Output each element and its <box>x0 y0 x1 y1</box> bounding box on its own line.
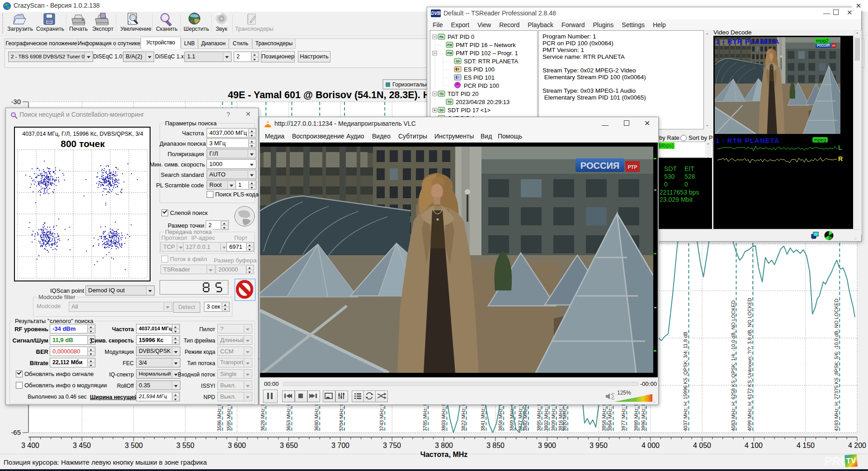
svg-text:3996 MHz; H;: 3996 MHz; H; <box>641 401 646 431</box>
svg-text:3 850: 3 850 <box>486 442 505 449</box>
svg-text:2023/04/28 20:29:13: 2023/04/28 20:29:13 <box>456 99 509 105</box>
svg-text:3858 MHz; H;: 3858 MHz; H; <box>498 401 503 431</box>
svg-text:SDT PID 17 <1>: SDT PID 17 <1> <box>448 107 491 114</box>
svg-text:-65: -65 <box>11 428 21 436</box>
svg-text:3680 MHz; H;: 3680 MHz; H; <box>314 401 319 431</box>
svg-text:3920 MHz; H;: 3920 MHz; H; <box>562 401 567 431</box>
svg-text:3 600: 3 600 <box>228 442 246 449</box>
svg-text:PAT PID 0: PAT PID 0 <box>448 33 474 40</box>
svg-text:ES PID 100: ES PID 100 <box>464 66 495 73</box>
svg-text:-30: -30 <box>11 98 21 105</box>
svg-text:4083 MHz; H; 6258 KS ;QPSK; 1/: 4083 MHz; H; 6258 KS ;QPSK; 1/4; -10.0 d… <box>731 300 736 431</box>
svg-text:3595 MHz; H;: 3595 MHz; H; <box>226 401 231 431</box>
svg-text:3895 MHz; H;: 3895 MHz; H; <box>536 401 542 431</box>
svg-text:3 500: 3 500 <box>125 442 143 449</box>
svg-text:TD: TD <box>448 100 452 104</box>
svg-text:3785 MHz; H;: 3785 MHz; H; <box>422 401 428 431</box>
svg-text:4 050: 4 050 <box>693 442 711 449</box>
svg-text:PM: PM <box>447 43 452 47</box>
svg-text:4 200: 4 200 <box>848 442 866 449</box>
svg-text:3958 MHz; H;: 3958 MHz; H; <box>601 401 607 431</box>
svg-text:TDT PID 20: TDT PID 20 <box>448 90 478 97</box>
svg-text:3989 MHz; H;: 3989 MHz; H; <box>633 401 639 431</box>
svg-text:4 000: 4 000 <box>642 442 660 449</box>
svg-text:4 150: 4 150 <box>797 442 815 449</box>
svg-text:3 700: 3 700 <box>331 442 349 449</box>
svg-text:4037 MHz; H; 15996 KS ;QPSK; 3: 4037 MHz; H; 15996 KS ;QPSK; 3/4; 11.8 d… <box>683 332 688 431</box>
svg-text:PCR PID 100: PCR PID 100 <box>464 82 499 89</box>
svg-text:3743 MHz; H;: 3743 MHz; H; <box>379 401 384 431</box>
svg-text:3902 MHz; H;: 3902 MHz; H; <box>543 401 549 431</box>
svg-text:3822 MHz; H;: 3822 MHz; H; <box>461 401 466 431</box>
svg-text:PMT PID 102 – Progr. 1: PMT PID 102 – Progr. 1 <box>456 50 518 57</box>
svg-text:3841 MHz; H;: 3841 MHz; H; <box>480 401 486 431</box>
svg-text:3 450: 3 450 <box>73 442 91 449</box>
svg-text:3803 MHz; H;: 3803 MHz; H; <box>441 401 446 431</box>
svg-text:SD: SD <box>439 109 444 112</box>
svg-text:3909 MHz; H;: 3909 MHz; H; <box>551 401 556 431</box>
svg-text:SD: SD <box>456 60 460 63</box>
svg-text:PMT PID 16 – Network: PMT PID 16 – Network <box>456 42 516 48</box>
svg-text:800 точек: 800 точек <box>61 138 105 149</box>
svg-text:PA: PA <box>439 35 443 38</box>
svg-text:3964 MHz; H;: 3964 MHz; H; <box>607 401 613 431</box>
svg-text:TD: TD <box>439 92 443 95</box>
svg-text:3 400: 3 400 <box>21 442 39 449</box>
svg-text:3977 MHz; H;: 3977 MHz; H; <box>621 401 626 431</box>
svg-text:3653 MHz; H;: 3653 MHz; H; <box>286 401 291 431</box>
svg-text:3 800: 3 800 <box>435 442 453 449</box>
svg-text:3 950: 3 950 <box>590 442 608 449</box>
svg-text:4037,014 МГц, Г/Л, 15996 Кс, D: 4037,014 МГц, Г/Л, 15996 Кс, DVBS/QPSK, … <box>22 131 143 137</box>
svg-text:3 550: 3 550 <box>176 442 194 449</box>
svg-text:4099 MHz; H; 6172 KS ;Unknown;: 4099 MHz; H; 6172 KS ;Unknown; ?/?; 3.8 … <box>747 298 752 431</box>
svg-text:3 750: 3 750 <box>383 442 401 449</box>
svg-text:Частота, MHz: Частота, MHz <box>420 451 468 458</box>
svg-text:SDT: RTR PLANETA: SDT: RTR PLANETA <box>464 58 518 65</box>
svg-text:4183 MHz; H; 27375 KS ;8PSK; 5: 4183 MHz; H; 27375 KS ;8PSK; 5/6; -10.0 … <box>834 299 839 431</box>
svg-text:3586 MHz; H;: 3586 MHz; H; <box>217 401 222 431</box>
svg-text:3 650: 3 650 <box>280 442 298 449</box>
svg-text:ES PID 101: ES PID 101 <box>464 74 495 81</box>
svg-text:3704 MHz; H;: 3704 MHz; H; <box>339 401 344 431</box>
svg-text:4 100: 4 100 <box>745 442 763 449</box>
svg-text:3 900: 3 900 <box>538 442 556 449</box>
svg-text:PM: PM <box>447 52 452 55</box>
svg-text:3628 MHz; H;: 3628 MHz; H; <box>260 401 265 431</box>
